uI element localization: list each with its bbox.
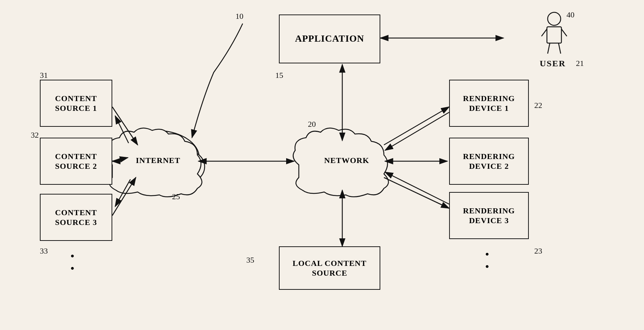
svg-point-8	[109, 150, 152, 183]
content-source-3-box: CONTENT SOURCE 3	[40, 194, 112, 241]
ref-32: 32	[31, 130, 39, 140]
svg-line-17	[112, 107, 138, 145]
svg-line-16	[115, 179, 130, 206]
svg-point-9	[159, 150, 203, 183]
user-icon	[540, 11, 569, 54]
svg-point-4	[158, 149, 205, 185]
ref-40: 40	[566, 10, 574, 20]
ref-33: 33	[40, 246, 48, 256]
svg-point-6	[149, 163, 192, 192]
ref-31: 31	[40, 71, 48, 80]
application-box: APPLICATION	[279, 14, 380, 63]
ref-21: 21	[576, 59, 584, 68]
svg-line-18	[112, 158, 128, 161]
svg-line-24	[385, 172, 450, 205]
svg-line-30	[561, 29, 567, 36]
svg-line-29	[541, 29, 547, 36]
svg-line-21	[385, 112, 449, 150]
svg-rect-28	[547, 27, 561, 43]
dots-content-sources: ••	[71, 250, 74, 274]
ref-25: 25	[172, 192, 180, 201]
content-source-2-box: CONTENT SOURCE 2	[40, 138, 112, 185]
diagram-container: APPLICATION CONTENT SOURCE 1 CONTENT SOU…	[0, 0, 644, 330]
rendering-device-3-box: RENDERING DEVICE 3	[449, 192, 529, 239]
svg-point-5	[120, 163, 163, 192]
svg-point-27	[548, 12, 561, 25]
dots-rendering-devices: ••	[485, 248, 489, 272]
content-source-1-box: CONTENT SOURCE 1	[40, 80, 112, 127]
svg-line-20	[384, 107, 449, 145]
svg-line-23	[384, 177, 449, 208]
svg-point-11	[150, 164, 190, 191]
internet-label: INTERNET	[136, 156, 180, 165]
ref-22: 22	[534, 101, 542, 110]
svg-point-3	[107, 149, 154, 185]
local-content-source-box: LOCAL CONTENT SOURCE	[279, 246, 380, 290]
ref-35: 35	[246, 255, 254, 265]
svg-point-10	[121, 164, 161, 191]
rendering-device-2-box: RENDERING DEVICE 2	[449, 138, 529, 185]
ref-23: 23	[534, 246, 542, 256]
ref-15: 15	[275, 71, 283, 80]
svg-line-32	[559, 43, 561, 54]
ref-10: 10	[235, 12, 243, 21]
svg-line-19	[112, 177, 136, 216]
network-label: NETWORK	[324, 156, 369, 165]
ref-20: 20	[308, 120, 316, 129]
user-figure	[540, 11, 569, 54]
rendering-device-1-box: RENDERING DEVICE 1	[449, 80, 529, 127]
user-label: USER	[540, 59, 566, 68]
svg-line-14	[115, 116, 129, 143]
svg-line-31	[548, 43, 550, 54]
